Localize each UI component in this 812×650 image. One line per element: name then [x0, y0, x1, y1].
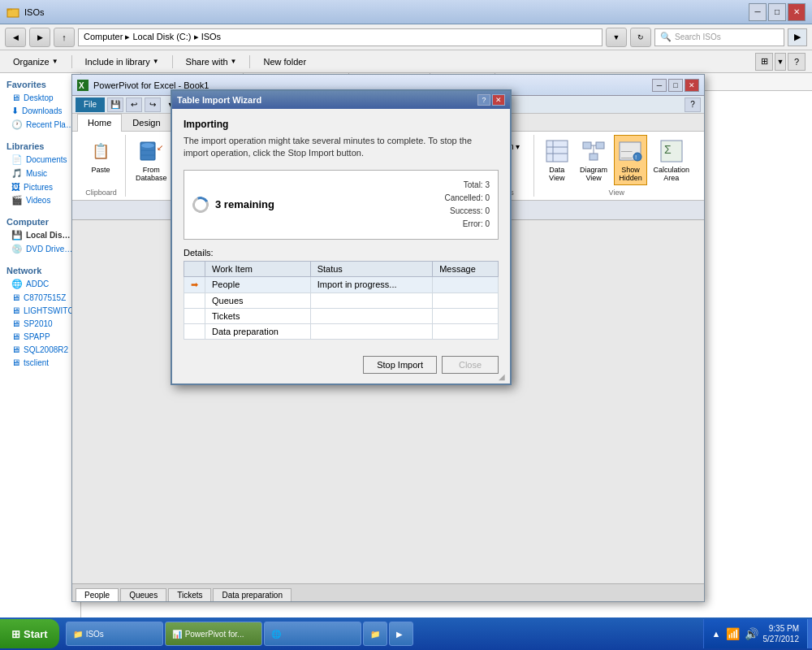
progress-row: 3 remaining Total: 3 Cancelled: 0 Succes…	[192, 179, 490, 231]
tray-date-text: 5/27/2012	[763, 634, 800, 644]
progress-stats: Total: 3 Cancelled: 0 Success: 0 Error: …	[444, 179, 490, 231]
table-row: Queues	[184, 292, 499, 308]
dialog-body: Importing The import operation might tak…	[172, 109, 510, 349]
total-stat: Total: 3	[444, 179, 490, 192]
taskbar-item-media[interactable]: ▶	[389, 622, 413, 646]
tray-time-text: 9:35 PM	[763, 623, 800, 634]
details-label: Details:	[184, 248, 499, 258]
show-hidden-tray-icon[interactable]: ▲	[712, 629, 721, 639]
start-orb-icon: ⊞	[11, 628, 20, 640]
dialog-description: The import operation might take several …	[184, 135, 499, 160]
row-message	[433, 292, 499, 308]
message-column-header: Message	[433, 261, 499, 276]
start-button[interactable]: ⊞ Start	[0, 619, 59, 648]
taskbar-explorer-icon: 📁	[370, 630, 380, 639]
dialog-title-controls: ? ✕	[477, 94, 505, 106]
row-arrow-cell: ➡	[184, 276, 205, 292]
progress-area: 3 remaining Total: 3 Cancelled: 0 Succes…	[184, 170, 499, 240]
status-column-header: Status	[310, 261, 433, 276]
row-status: Import in progress...	[310, 276, 433, 292]
taskbar-media-icon: ▶	[396, 630, 403, 639]
dialog-help-button[interactable]: ?	[477, 94, 490, 106]
dialog-title-text: Table Import Wizard	[177, 95, 477, 105]
details-table: Work Item Status Message ➡ People Import…	[184, 261, 499, 340]
success-stat: Success: 0	[444, 205, 490, 218]
dialog-footer: Stop Import Close	[172, 349, 510, 384]
taskbar-excel-icon: 📊	[172, 630, 182, 639]
dialog-title-bar: Table Import Wizard ? ✕	[172, 91, 510, 109]
taskbar: ⊞ Start 📁 ISOs 📊 PowerPivot for... 🌐 📁 ▶…	[0, 618, 812, 650]
progress-text: 3 remaining	[215, 198, 438, 210]
row-status	[310, 292, 433, 308]
work-item-column-header: Work Item	[205, 261, 311, 276]
row-work-item: Tickets	[205, 308, 311, 323]
taskbar-item-explorer[interactable]: 📁	[363, 622, 387, 646]
dialog-close-action-button[interactable]: Close	[442, 356, 499, 374]
dialog-section-title: Importing	[184, 119, 499, 130]
row-arrow-cell	[184, 308, 205, 323]
taskbar-item-isos[interactable]: 📁 ISOs	[66, 622, 163, 646]
row-arrow-cell	[184, 323, 205, 339]
taskbar-ie-icon: 🌐	[271, 630, 281, 639]
row-message	[433, 323, 499, 339]
taskbar-isos-icon: 📁	[73, 630, 83, 639]
network-tray-icon: 📶	[726, 627, 740, 640]
row-work-item: Queues	[205, 292, 311, 308]
dialog-resize-handle[interactable]: ◢	[499, 372, 508, 382]
table-row: ➡ People Import in progress...	[184, 276, 499, 292]
system-tray: ▲ 📶 🔊 9:35 PM 5/27/2012	[703, 619, 807, 648]
row-message	[433, 276, 499, 292]
arrow-column-header	[184, 261, 205, 276]
stop-import-button[interactable]: Stop Import	[363, 356, 437, 374]
tray-clock[interactable]: 9:35 PM 5/27/2012	[763, 623, 800, 644]
cancelled-stat: Cancelled: 0	[444, 192, 490, 205]
table-import-wizard-dialog: Table Import Wizard ? ✕ Importing The im…	[171, 89, 512, 385]
row-status	[310, 308, 433, 323]
volume-tray-icon: 🔊	[745, 627, 758, 640]
row-arrow-cell	[184, 292, 205, 308]
error-stat: Error: 0	[444, 218, 490, 231]
show-desktop-button[interactable]	[807, 619, 812, 648]
dialog-overlay: Table Import Wizard ? ✕ Importing The im…	[0, 0, 812, 650]
row-message	[433, 308, 499, 323]
row-work-item: People	[205, 276, 311, 292]
progress-spinner	[189, 193, 211, 215]
dialog-close-button[interactable]: ✕	[492, 94, 505, 106]
table-row: Tickets	[184, 308, 499, 323]
row-status	[310, 323, 433, 339]
row-work-item: Data preparation	[205, 323, 311, 339]
table-row: Data preparation	[184, 323, 499, 339]
taskbar-item-excel[interactable]: 📊 PowerPivot for...	[165, 622, 262, 646]
taskbar-items: 📁 ISOs 📊 PowerPivot for... 🌐 📁 ▶	[63, 622, 703, 646]
taskbar-item-ie[interactable]: 🌐	[264, 622, 361, 646]
